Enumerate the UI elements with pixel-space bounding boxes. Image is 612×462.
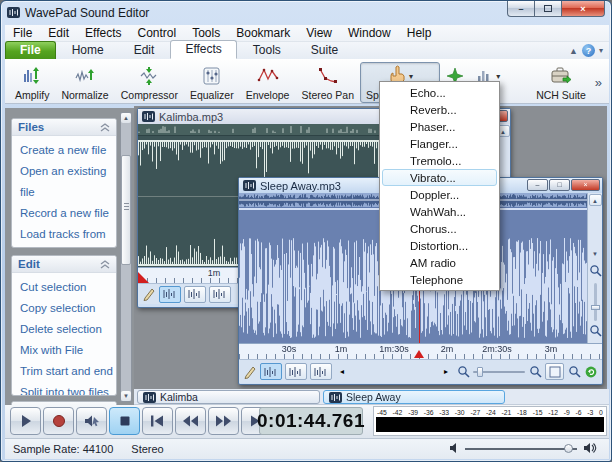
menu-help[interactable]: Help bbox=[399, 26, 440, 40]
menu-item-flanger-[interactable]: Flanger... bbox=[382, 135, 497, 152]
document-tab-sleep-away[interactable]: Sleep Away bbox=[323, 390, 505, 404]
sidebar-panel-header[interactable]: Edit bbox=[12, 256, 116, 273]
sidebar-link-open-an-existing-file[interactable]: Open an existing file bbox=[20, 161, 116, 203]
zoom-fit-button[interactable] bbox=[545, 363, 564, 380]
toolbar-button-equalizer[interactable]: Equalizer bbox=[184, 62, 240, 103]
menu-file[interactable]: File bbox=[5, 26, 40, 40]
play-button[interactable] bbox=[10, 407, 41, 435]
menu-item-vibrato-[interactable]: Vibrato... bbox=[382, 169, 497, 186]
sidebar-panel-header[interactable]: Files bbox=[12, 119, 116, 136]
refresh-view-icon[interactable] bbox=[584, 363, 598, 380]
minimize-button[interactable]: – bbox=[507, 1, 535, 17]
sidebar-link-mix-with-file[interactable]: Mix with File bbox=[20, 340, 116, 361]
wave-display-mode-button[interactable] bbox=[209, 286, 231, 303]
rewind-button[interactable] bbox=[175, 407, 206, 435]
ribbon-tab-file[interactable]: File bbox=[5, 41, 56, 59]
menu-item-echo-[interactable]: Echo... bbox=[382, 84, 497, 101]
menu-item-am-radio[interactable]: AM radio bbox=[382, 254, 497, 271]
sleep-minimize-button[interactable]: – bbox=[527, 179, 548, 191]
menu-item-doppler-[interactable]: Doppler... bbox=[382, 186, 497, 203]
ribbon-tab-effects[interactable]: Effects bbox=[170, 40, 236, 59]
menu-item-wahwah-[interactable]: WahWah... bbox=[382, 203, 497, 220]
ribbon-tab-home[interactable]: Home bbox=[58, 42, 118, 59]
document-tab-kalimba[interactable]: Kalimba bbox=[137, 390, 320, 404]
sleep-timeline[interactable]: 30s1m1m:30s2m2m:30s3m bbox=[239, 343, 602, 359]
scrollbar-thumb[interactable] bbox=[121, 155, 131, 265]
scroll-up-icon[interactable]: ▲ bbox=[121, 113, 131, 123]
scrub-button[interactable] bbox=[76, 407, 107, 435]
ribbon-tab-edit[interactable]: Edit bbox=[120, 42, 169, 59]
ribbon-tab-suite[interactable]: Suite bbox=[297, 42, 352, 59]
wave-display-mode-button[interactable] bbox=[159, 286, 181, 303]
collapse-chevrons-icon[interactable] bbox=[100, 123, 110, 132]
sidebar-link-create-a-new-file[interactable]: Create a new file bbox=[20, 140, 116, 161]
menu-item-tremolo-[interactable]: Tremolo... bbox=[382, 152, 497, 169]
record-button[interactable] bbox=[43, 407, 74, 435]
sidebar-link-load-tracks-from-cd[interactable]: Load tracks from CD bbox=[20, 224, 116, 248]
menu-tools[interactable]: Tools bbox=[184, 26, 228, 40]
wave-display-mode-button[interactable] bbox=[310, 363, 332, 380]
help-dropdown-icon[interactable]: ▾ bbox=[599, 46, 603, 55]
help-icon[interactable]: ? bbox=[582, 44, 595, 57]
zoom-selection-icon[interactable] bbox=[567, 363, 581, 380]
wave-display-mode-button[interactable] bbox=[260, 363, 282, 380]
zoom-slider[interactable] bbox=[473, 371, 525, 373]
volume-slider[interactable] bbox=[465, 448, 577, 450]
maximize-button[interactable] bbox=[535, 1, 562, 17]
menu-edit[interactable]: Edit bbox=[40, 26, 77, 40]
toolbar-button-compressor[interactable]: Compressor bbox=[115, 62, 184, 103]
sidebar-link-copy-selection[interactable]: Copy selection bbox=[20, 298, 116, 319]
scroll-left-icon[interactable]: ◂ bbox=[335, 363, 349, 380]
zoom-slider-thumb[interactable] bbox=[477, 367, 483, 377]
menu-bookmark[interactable]: Bookmark bbox=[228, 26, 298, 40]
toolbar-button-envelope[interactable]: Envelope bbox=[240, 62, 296, 103]
vertical-zoom-slider[interactable] bbox=[594, 283, 597, 321]
wave-display-mode-button[interactable] bbox=[184, 286, 206, 303]
vertical-zoom-thumb[interactable] bbox=[591, 305, 600, 310]
toolbar-overflow-chevron[interactable]: » bbox=[592, 75, 605, 90]
wave-display-mode-button[interactable] bbox=[285, 363, 307, 380]
pencil-tool-icon[interactable] bbox=[243, 363, 257, 380]
menu-control[interactable]: Control bbox=[130, 26, 185, 40]
scroll-down-icon[interactable]: ▼ bbox=[589, 248, 602, 260]
menu-item-reverb-[interactable]: Reverb... bbox=[382, 101, 497, 118]
toolbar-button-amplify[interactable]: Amplify bbox=[9, 62, 55, 103]
menu-item-distortion-[interactable]: Distortion... bbox=[382, 237, 497, 254]
menu-window[interactable]: Window bbox=[340, 26, 399, 40]
toolbar-button-normalize[interactable]: Normalize bbox=[55, 62, 114, 103]
sidebar-link-split-into-two-files[interactable]: Split into two files bbox=[20, 382, 116, 396]
volume-thumb[interactable] bbox=[564, 444, 573, 453]
zoom-out-icon[interactable] bbox=[456, 363, 470, 380]
skip-to-start-button[interactable] bbox=[142, 407, 173, 435]
sidebar-link-cut-selection[interactable]: Cut selection bbox=[20, 277, 116, 298]
menu-item-telephone[interactable]: Telephone bbox=[382, 271, 497, 288]
stop-button[interactable] bbox=[109, 407, 140, 435]
speaker-low-icon[interactable] bbox=[449, 442, 459, 456]
close-button[interactable]: × bbox=[562, 1, 605, 17]
zoom-in-icon[interactable] bbox=[528, 363, 542, 380]
menu-item-phaser-[interactable]: Phaser... bbox=[382, 118, 497, 135]
toolbar-button-stereo-pan[interactable]: Stereo Pan bbox=[295, 62, 360, 103]
sidebar-link-record-a-new-file[interactable]: Record a new file bbox=[20, 203, 116, 224]
collapse-chevrons-icon[interactable] bbox=[100, 260, 110, 269]
fast-forward-button[interactable] bbox=[208, 407, 239, 435]
menu-view[interactable]: View bbox=[298, 26, 340, 40]
menu-effects[interactable]: Effects bbox=[77, 26, 129, 40]
collapse-ribbon-icon[interactable]: ▲ bbox=[569, 46, 578, 56]
sleep-close-button[interactable]: × bbox=[571, 179, 600, 191]
menu-item-chorus-[interactable]: Chorus... bbox=[382, 220, 497, 237]
playhead-marker-icon[interactable] bbox=[414, 350, 424, 358]
zoom-out-vertical-icon[interactable] bbox=[589, 323, 602, 341]
toolbar-button-nch-suite[interactable]: NCH Suite bbox=[530, 62, 592, 103]
sidebar-scrollbar[interactable]: ▲▼ bbox=[120, 112, 132, 402]
sleep-maximize-button[interactable]: □ bbox=[549, 179, 570, 191]
speaker-loud-icon[interactable] bbox=[583, 442, 597, 456]
sidebar-link-delete-selection[interactable]: Delete selection bbox=[20, 319, 116, 340]
scroll-down-icon[interactable]: ▼ bbox=[121, 391, 131, 401]
zoom-in-vertical-icon[interactable] bbox=[589, 263, 602, 281]
pencil-tool-icon[interactable] bbox=[142, 286, 156, 303]
ribbon-tab-tools[interactable]: Tools bbox=[239, 42, 295, 59]
scroll-right-icon[interactable]: ▸ bbox=[439, 363, 453, 380]
scroll-up-icon[interactable]: ▲ bbox=[589, 194, 602, 206]
sidebar-link-trim-start-and-end[interactable]: Trim start and end bbox=[20, 361, 116, 382]
